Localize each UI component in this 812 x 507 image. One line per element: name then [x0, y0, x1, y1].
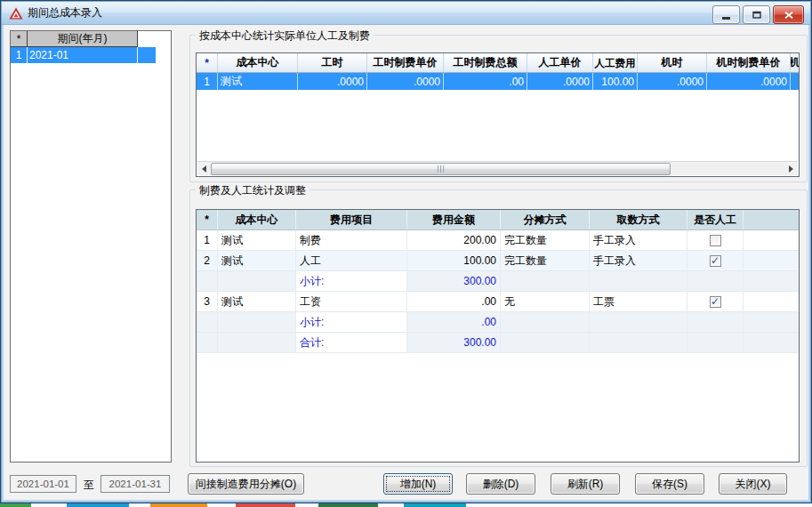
expense-cell-rownum[interactable]: 1 [197, 230, 218, 250]
subtotal-amount: .00 [407, 312, 501, 332]
expense-row-3[interactable]: 3 测试 工资 .00 无 工票 ✓ [197, 292, 799, 312]
expense-cell-empty [687, 312, 744, 332]
stats-col-star: * [197, 53, 218, 72]
expense-cell-item[interactable]: 制费 [296, 230, 407, 250]
expense-total-row: 合计: 300.00 [197, 333, 799, 353]
period-row-selected[interactable]: 1 2021-01 [11, 47, 171, 63]
expense-cell-empty [590, 312, 687, 332]
expense-cell-item[interactable]: 人工 [296, 251, 407, 270]
expense-cell-cost-center[interactable]: 测试 [218, 292, 296, 311]
expense-cell-cost-center[interactable]: 测试 [218, 251, 296, 270]
horizontal-scrollbar[interactable] [197, 161, 798, 175]
expense-header-row: * 成本中心 费用项目 费用金额 分摊方式 取数方式 是否人工 [197, 210, 799, 230]
expense-row-2[interactable]: 2 测试 人工 100.00 完工数量 手工录入 ✓ [197, 251, 799, 271]
scroll-thumb[interactable] [211, 163, 671, 175]
stats-cell-machine-hours[interactable]: .0000 [638, 73, 707, 90]
cost-center-stats-group: 按成本中心统计实际单位人工及制费 * 成本中心 工时 工时制费单价 工时制费总额… [189, 35, 808, 182]
screen: 期间总成本录入 * 期间(年月) 1 [0, 0, 812, 507]
stats-cell-hour-fee-total[interactable]: .00 [444, 73, 527, 90]
expense-cell-amount[interactable]: 200.00 [407, 230, 501, 250]
subtotal-label: 小计: [296, 271, 407, 291]
expense-cell-allocation[interactable]: 完工数量 [501, 230, 590, 250]
expense-col-source: 取数方式 [590, 210, 687, 229]
window-title: 期间总成本录入 [28, 5, 102, 20]
expense-cell-filler [744, 251, 799, 270]
scroll-left-button[interactable] [197, 162, 211, 175]
subtotal-label: 小计: [296, 312, 407, 332]
expense-cell-source[interactable]: 工票 [590, 292, 687, 311]
expense-cell-rownum[interactable]: 2 [197, 251, 218, 270]
scroll-grip-icon [438, 165, 445, 173]
expense-cell-source[interactable]: 手工录入 [590, 251, 687, 270]
expense-col-item: 费用项目 [296, 210, 407, 229]
expense-cell-filler [744, 312, 799, 332]
period-row-value[interactable]: 2021-01 [28, 47, 138, 63]
scroll-left-icon [202, 165, 206, 173]
stats-col-machine-hours: 机时 [638, 53, 707, 72]
period-row-tail[interactable] [138, 47, 156, 63]
stats-cell-rownum[interactable]: 1 [197, 73, 218, 90]
taskbar-segment [404, 503, 466, 507]
expense-row-1[interactable]: 1 测试 制费 200.00 完工数量 手工录入 [197, 230, 799, 251]
stats-row-selected[interactable]: 1 测试 .0000 .0000 .00 .0000 100.00 .0000 … [197, 73, 799, 90]
expense-cell-empty [501, 333, 590, 352]
stats-cell-cost-center[interactable]: 测试 [218, 73, 298, 90]
delete-button[interactable]: 删除(D) [466, 473, 535, 495]
expense-cell-filler [744, 292, 799, 311]
stats-cell-labor-unit-price[interactable]: .0000 [527, 73, 593, 90]
stats-cell-hour-fee-unit-price[interactable]: .0000 [367, 73, 444, 90]
expense-cell-amount[interactable]: 100.00 [407, 251, 501, 270]
expense-cell-source[interactable]: 手工录入 [590, 230, 687, 250]
expense-cell-amount[interactable]: .00 [407, 292, 501, 311]
date-to-field[interactable]: 2021-01-31 [100, 475, 170, 493]
minimize-button[interactable] [712, 5, 740, 24]
window-controls [712, 5, 804, 24]
stats-col-hour-fee-unit-price: 工时制费单价 [367, 53, 444, 72]
total-label: 合计: [296, 333, 407, 352]
expense-cell-empty [218, 271, 296, 291]
to-label: 至 [84, 478, 94, 493]
expense-cell-empty [687, 271, 744, 291]
expense-cell-rownum[interactable]: 3 [197, 292, 218, 311]
expense-cell-allocation[interactable]: 无 [501, 292, 590, 311]
taskbar-segment [318, 503, 378, 507]
close-dialog-button[interactable]: 关闭(X) [719, 473, 787, 495]
expense-cell-item[interactable]: 工资 [296, 292, 407, 311]
expense-cell-empty [501, 271, 590, 291]
is-labor-checkbox[interactable] [710, 235, 721, 246]
expense-adjust-title: 制费及人工统计及调整 [196, 183, 310, 198]
is-labor-checkbox[interactable]: ✓ [710, 255, 721, 267]
titlebar[interactable]: 期间总成本录入 [2, 2, 810, 25]
cost-center-stats-title: 按成本中心统计实际单位人工及制费 [196, 28, 374, 44]
stats-cell-labor-cost[interactable]: 100.00 [593, 73, 638, 90]
taskbar-segment [236, 503, 295, 507]
save-button[interactable]: 保存(S) [635, 473, 704, 495]
expense-cell-cost-center[interactable]: 测试 [218, 230, 296, 250]
indirect-cost-allocate-button[interactable]: 间接制造费用分摊(O) [188, 473, 304, 495]
expense-cell-empty [218, 333, 296, 352]
stats-col-work-hours: 工时 [298, 53, 367, 72]
scroll-right-button[interactable] [784, 162, 798, 175]
is-labor-checkbox[interactable]: ✓ [710, 296, 721, 308]
expense-adjust-group: 制费及人工统计及调整 * 成本中心 费用项目 费用金额 分摊方式 取数方式 是否… [189, 189, 808, 467]
refresh-button[interactable]: 刷新(R) [551, 473, 620, 495]
expense-col-amount: 费用金额 [407, 210, 501, 229]
expense-cell-filler [744, 333, 799, 352]
expense-cell-allocation[interactable]: 完工数量 [501, 251, 590, 270]
minimize-icon [722, 17, 730, 20]
expense-cell-is-labor: ✓ [687, 292, 744, 311]
close-button[interactable] [773, 5, 804, 24]
period-row-number[interactable]: 1 [11, 47, 28, 63]
stats-col-clipped: 机 [791, 53, 799, 72]
stats-col-machine-fee-unit-price: 机时制费单价 [707, 53, 791, 72]
date-from-field[interactable]: 2021-01-01 [10, 475, 76, 493]
stats-cell-machine-fee-unit-price[interactable]: .0000 [707, 73, 791, 90]
scroll-right-icon [789, 165, 793, 173]
stats-cell-clipped[interactable] [791, 73, 799, 90]
add-button[interactable]: 增加(N) [383, 473, 453, 495]
stats-cell-work-hours[interactable]: .0000 [298, 73, 367, 90]
expense-cell-empty [501, 312, 590, 332]
restore-button[interactable] [743, 5, 770, 24]
app-logo-icon [9, 7, 23, 20]
taskbar-sliver [0, 503, 812, 507]
